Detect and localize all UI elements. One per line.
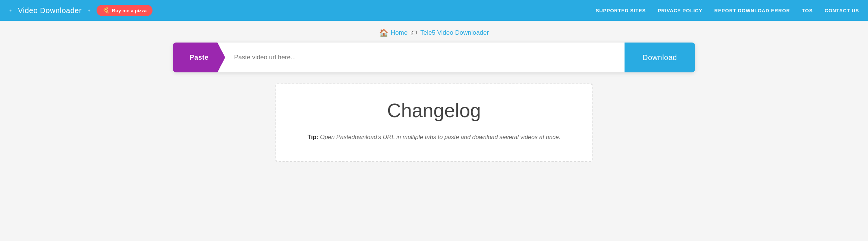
navbar-right: SUPPORTED SITES PRIVACY POLICY REPORT DO…: [596, 8, 859, 13]
changelog-tip-prefix: Tip:: [308, 134, 318, 140]
nav-link-contact-us[interactable]: CONTACT US: [825, 8, 859, 13]
paste-button[interactable]: Paste: [173, 43, 225, 72]
star-decoration-2: ✦: [88, 9, 91, 13]
star-decoration-1: ✦: [9, 9, 12, 13]
navbar: ✦ Video Downloader ✦ 🍕 Buy me a pizza SU…: [0, 0, 868, 21]
download-button[interactable]: Download: [625, 43, 695, 72]
brand-label: Video Downloader: [18, 6, 82, 15]
navbar-left: ✦ Video Downloader ✦ 🍕 Buy me a pizza: [9, 5, 152, 16]
breadcrumb: 🏠 Home 🏷 Tele5 Video Downloader: [0, 21, 868, 43]
changelog-title: Changelog: [299, 99, 569, 122]
breadcrumb-home-link[interactable]: 🏠 Home: [379, 28, 408, 37]
buy-pizza-button[interactable]: 🍕 Buy me a pizza: [97, 5, 152, 16]
nav-link-supported-sites[interactable]: SUPPORTED SITES: [596, 8, 646, 13]
url-input[interactable]: [225, 43, 625, 72]
breadcrumb-home-label: Home: [391, 29, 408, 37]
buy-pizza-label: Buy me a pizza: [112, 8, 147, 13]
breadcrumb-separator: 🏷: [411, 29, 417, 37]
nav-link-privacy-policy[interactable]: PRIVACY POLICY: [658, 8, 702, 13]
pizza-icon: 🍕: [103, 7, 110, 14]
download-label: Download: [642, 53, 677, 62]
changelog-tip: Tip: Open Pastedownload's URL in multipl…: [299, 132, 569, 142]
url-card: Paste Download: [173, 43, 695, 72]
changelog-section: Changelog Tip: Open Pastedownload's URL …: [0, 80, 868, 173]
home-icon: 🏠: [379, 28, 389, 37]
url-section: Paste Download: [0, 43, 868, 80]
changelog-card: Changelog Tip: Open Pastedownload's URL …: [276, 84, 592, 162]
nav-link-tos[interactable]: TOS: [802, 8, 813, 13]
changelog-tip-text: Open Pastedownload's URL in multiple tab…: [320, 134, 560, 140]
nav-link-report-error[interactable]: REPORT DOWNLOAD ERROR: [714, 8, 790, 13]
brand-title: Video Downloader: [18, 6, 82, 15]
breadcrumb-current-page[interactable]: Tele5 Video Downloader: [420, 29, 489, 37]
paste-label: Paste: [190, 54, 209, 62]
